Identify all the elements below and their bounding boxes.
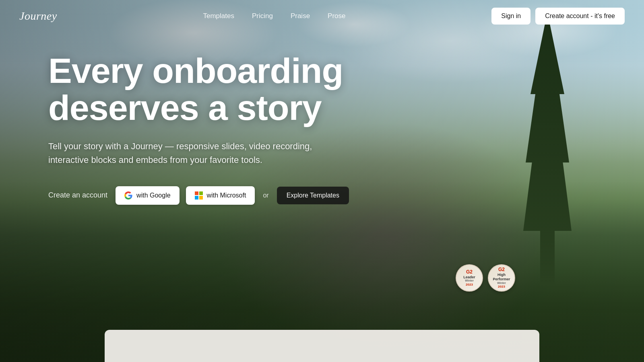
cta-row: Create an account with Google with Micro… [48,186,349,205]
signin-button[interactable]: Sign in [491,8,530,25]
awards-badges: G2 Leader Winter 2023 G2 High Performer … [456,264,515,292]
nav-templates[interactable]: Templates [196,9,241,23]
g2-logo-performer: G2 [498,267,505,272]
nav-praise[interactable]: Praise [283,9,317,23]
badge-leader-title: Leader [463,275,475,280]
g2-logo-leader: G2 [466,269,473,274]
microsoft-button-label: with Microsoft [207,192,246,199]
hero-title: Every onboarding deserves a story [48,52,349,127]
g2-high-performer-badge: G2 High Performer Winter 2023 [488,264,515,292]
microsoft-icon [195,191,203,200]
google-signup-button[interactable]: with Google [116,186,180,205]
hero-title-line1: Every onboarding [48,51,343,90]
hero-subtitle: Tell your story with a Journey — respons… [48,140,330,167]
nav-prose[interactable]: Prose [320,9,353,23]
badge-performer-title: High Performer [490,273,513,282]
badge-performer-year: 2023 [498,285,505,289]
preview-card [105,330,539,362]
hero-section: Every onboarding deserves a story Tell y… [48,52,349,205]
badge-leader-category: Winter [465,279,474,282]
hero-title-line2: deserves a story [48,88,322,128]
navbar: Journey Templates Pricing Praise Prose S… [0,0,644,32]
create-account-nav-button[interactable]: Create account - it's free [535,8,625,25]
nav-pricing[interactable]: Pricing [245,9,280,23]
badge-leader-year: 2023 [466,283,473,287]
nav-links: Templates Pricing Praise Prose [196,9,353,23]
microsoft-signup-button[interactable]: with Microsoft [186,186,255,205]
explore-templates-button[interactable]: Explore Templates [277,187,349,204]
badge-performer-category: Winter [497,282,506,285]
nav-actions: Sign in Create account - it's free [491,8,625,25]
google-icon [124,191,132,200]
cta-or-text: or [263,192,268,199]
google-button-label: with Google [136,192,171,199]
logo[interactable]: Journey [19,10,57,23]
cta-label: Create an account [48,191,107,200]
g2-leader-badge: G2 Leader Winter 2023 [456,264,483,292]
